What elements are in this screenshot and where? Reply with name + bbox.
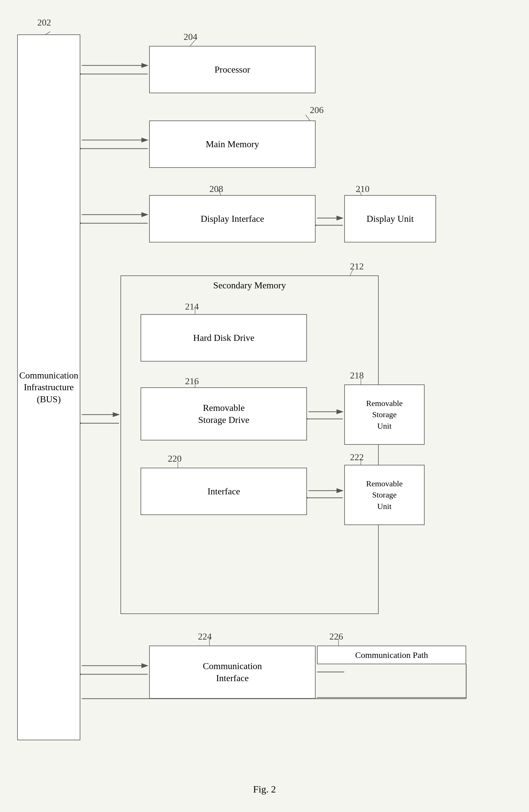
display-unit-label: Display Unit: [367, 213, 414, 225]
ref-204: 204: [183, 32, 197, 42]
interface-220-box: Interface: [141, 468, 307, 515]
ref-202: 202: [37, 17, 51, 28]
comm-infra-box: Communication Infrastructure (BUS): [17, 34, 80, 740]
hard-disk-drive-label: Hard Disk Drive: [193, 332, 254, 344]
removable-storage-unit-218-box: Removable Storage Unit: [344, 385, 425, 445]
communication-interface-box: Communication Interface: [149, 646, 315, 699]
ref-206: 206: [310, 105, 324, 115]
svg-line-25: [306, 115, 310, 120]
main-memory-box: Main Memory: [149, 120, 315, 168]
display-interface-box: Display Interface: [149, 195, 315, 243]
removable-storage-drive-label: Removable Storage Drive: [198, 402, 250, 426]
comm-infra-label: Communication Infrastructure (BUS): [19, 369, 78, 405]
removable-storage-unit-222-label: Removable Storage Unit: [366, 478, 403, 512]
ref-212: 212: [350, 261, 364, 272]
fig-caption: Fig. 2: [0, 784, 529, 795]
removable-storage-unit-222-box: Removable Storage Unit: [344, 465, 425, 525]
comm-path-bottom-line: [317, 697, 466, 698]
secondary-memory-label: Secondary Memory: [213, 280, 286, 291]
main-memory-label: Main Memory: [206, 138, 259, 150]
display-unit-box: Display Unit: [344, 195, 436, 243]
hard-disk-drive-box: Hard Disk Drive: [141, 314, 307, 362]
ref-224: 224: [198, 631, 212, 642]
fig-caption-label: Fig. 2: [253, 784, 276, 795]
ref-210: 210: [356, 184, 369, 194]
communication-path-box: Communication Path: [317, 646, 466, 664]
interface-220-label: Interface: [207, 485, 240, 497]
communication-interface-label: Communication Interface: [203, 660, 262, 684]
processor-box: Processor: [149, 46, 315, 93]
removable-storage-unit-218-label: Removable Storage Unit: [366, 398, 403, 432]
removable-storage-drive-box: Removable Storage Drive: [141, 387, 307, 440]
processor-label: Processor: [215, 64, 250, 76]
ref-226: 226: [329, 631, 343, 642]
communication-path-label: Communication Path: [355, 650, 428, 660]
diagram-container: 202 204 206 208 210 212 214 216 218 220 …: [0, 0, 529, 812]
ref-208: 208: [209, 184, 223, 194]
display-interface-label: Display Interface: [201, 213, 264, 225]
